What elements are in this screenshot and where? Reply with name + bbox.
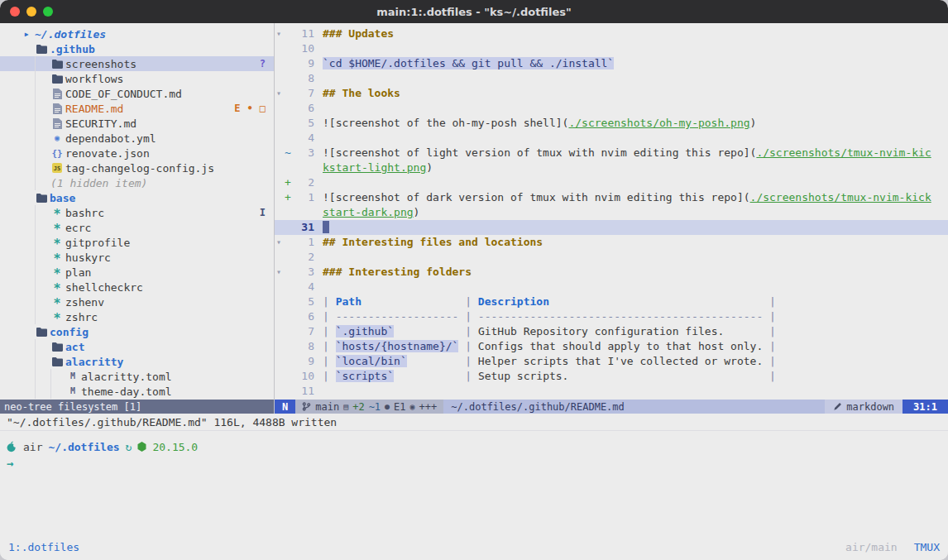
line-text: | ------------------- | ----------------… — [314, 309, 948, 324]
tree-item-label: workflows — [65, 73, 123, 85]
indent-guide — [35, 339, 50, 354]
tree-item-tag-changelog-config-js[interactable]: JStag-changelog-config.js — [0, 160, 274, 175]
text-segment: | ------------------- | ----------------… — [323, 310, 776, 323]
doc-icon — [50, 103, 64, 114]
indent-guide — [20, 265, 35, 280]
editor-line[interactable]: 2 — [275, 250, 948, 265]
minimize-button[interactable] — [26, 7, 36, 17]
tree-item-gitprofile[interactable]: *gitprofile — [0, 235, 274, 250]
text-segment: ![screenshot of dark version of tmux wit… — [323, 191, 750, 203]
editor-line[interactable]: +1![screenshot of dark version of tmux w… — [275, 190, 948, 205]
editor-line[interactable]: 5| Path | Description | — [275, 294, 948, 309]
tree-item-dependabot-yml[interactable]: ◉dependabot.yml — [0, 131, 274, 146]
text-segment: | — [458, 325, 477, 337]
editor-line[interactable]: ▾1## Interesting files and locations — [275, 235, 948, 250]
editor-line[interactable]: 10| `scripts` | Setup scripts. | — [275, 369, 948, 384]
tree-item-code-of-conduct-md[interactable]: CODE_OF_CONDUCT.md — [0, 86, 274, 101]
fold-indicator — [275, 280, 283, 294]
editor-pane: ▾11### Updates109`cd $HOME/.dotfiles && … — [275, 23, 948, 414]
neotree-panel: ▸~/.dotfiles.githubscreenshots?workflows… — [0, 23, 275, 414]
fold-indicator — [275, 131, 283, 146]
shell-pane[interactable]: air ~/.dotfiles ↻ 20.15.0 → — [0, 430, 948, 534]
tree-item-zshrc[interactable]: *zshrc — [0, 309, 274, 324]
line-number: 8 — [293, 71, 314, 86]
editor-line[interactable]: 8| `hosts/{hostname}/` | Configs that sh… — [275, 339, 948, 354]
git-branch-icon — [302, 402, 311, 411]
tree-item-label: tag-changelog-config.js — [65, 162, 214, 175]
zoom-button[interactable] — [43, 7, 53, 17]
editor-line[interactable]: 9`cd $HOME/.dotfiles && git pull && ./in… — [275, 56, 948, 71]
folder-icon — [35, 328, 48, 337]
tree-item-zshenv[interactable]: *zshenv — [0, 294, 274, 309]
editor-line[interactable]: 4 — [275, 280, 948, 294]
item-marks: E•□ — [234, 103, 266, 114]
git-sign — [283, 324, 293, 339]
tree-item-alacritty[interactable]: alacritty — [0, 354, 274, 369]
editor-line[interactable]: +2 — [275, 175, 948, 190]
tree-item-shellcheckrc[interactable]: *shellcheckrc — [0, 280, 274, 294]
tree-item-security-md[interactable]: SECURITY.md — [0, 116, 274, 131]
star-icon: * — [50, 296, 64, 309]
indent-guide — [35, 220, 50, 235]
star-icon: * — [50, 237, 64, 249]
text-segment: Configs that should apply to that host o… — [478, 340, 763, 352]
tree-item-screenshots[interactable]: screenshots? — [0, 56, 274, 71]
editor-line[interactable]: ▾7## The looks — [275, 86, 948, 101]
editor-line[interactable]: ▾3### Interesting folders — [275, 265, 948, 280]
editor-line[interactable]: 8 — [275, 71, 948, 86]
tree-item-dotfiles[interactable]: ▸~/.dotfiles — [0, 26, 274, 41]
text-segment: | — [323, 370, 336, 382]
editor-line[interactable]: 6| ------------------- | ---------------… — [275, 309, 948, 324]
tree-item-theme-day-toml[interactable]: Mtheme-day.toml — [0, 384, 274, 399]
editor-line[interactable]: 5![screenshot of the oh-my-posh shell](.… — [275, 116, 948, 131]
text-segment: ## The looks — [323, 87, 400, 99]
editor-line[interactable]: 7| `.github` | GitHub Repository configu… — [275, 324, 948, 339]
editor-line[interactable]: ▾11### Updates — [275, 26, 948, 41]
tree-item-base[interactable]: base — [0, 190, 274, 205]
indent-guide — [20, 280, 35, 294]
text-segment: kstart-light.png — [323, 161, 426, 174]
editor-line[interactable]: 9| `local/bin` | Helper scripts that I'v… — [275, 354, 948, 369]
close-button[interactable] — [10, 7, 20, 17]
line-number: 7 — [293, 86, 314, 101]
tree-item-alacritty-toml[interactable]: Malacritty.toml — [0, 369, 274, 384]
tree-item-1-hidden-item[interactable]: (1 hidden item) — [0, 175, 274, 190]
tree-item-bashrc[interactable]: *bashrcI — [0, 205, 274, 220]
tree-item-config[interactable]: config — [0, 324, 274, 339]
cursor — [323, 221, 329, 233]
git-sign — [283, 265, 293, 280]
line-text: | `.github` | GitHub Repository configur… — [314, 324, 948, 339]
statusline-file-path: ~/.dotfiles/.github/README.md — [443, 400, 825, 414]
tree-item-ecrc[interactable]: *ecrc — [0, 220, 274, 235]
tree-item-huskyrc[interactable]: *huskyrc — [0, 250, 274, 265]
editor-line[interactable]: ~3![screenshot of light version of tmux … — [275, 146, 948, 160]
fold-indicator — [275, 294, 283, 309]
text-segment: `cd $HOME/.dotfiles && git pull && ./ins… — [323, 57, 614, 69]
status-mark: E — [234, 103, 240, 114]
tree-item-readme-md[interactable]: README.mdE•□ — [0, 101, 274, 116]
tree-item-label: gitprofile — [65, 237, 130, 249]
tree-item-label: config — [50, 326, 89, 338]
editor-line[interactable]: 6 — [275, 101, 948, 116]
toml-icon: M — [66, 372, 79, 381]
tree-item-plan[interactable]: *plan — [0, 265, 274, 280]
mode-indicator: N — [275, 400, 295, 414]
editor-line[interactable]: start-dark.png) — [275, 205, 948, 220]
tree-item-github[interactable]: .github — [0, 41, 274, 56]
git-sign — [283, 86, 293, 101]
fold-indicator — [275, 324, 283, 339]
tree-item-workflows[interactable]: workflows — [0, 71, 274, 86]
editor-line[interactable]: 10 — [275, 41, 948, 56]
tmux-window-item[interactable]: 1:.dotfiles — [8, 541, 79, 553]
fold-indicator — [275, 354, 283, 369]
editor-line[interactable]: 31 — [275, 220, 948, 235]
tree-item-renovate-json[interactable]: {}renovate.json — [0, 146, 274, 160]
tree-item-label: ecrc — [65, 222, 91, 234]
editor-line[interactable]: kstart-light.png) — [275, 160, 948, 175]
editor-line[interactable]: 11 — [275, 384, 948, 399]
text-segment: ./screenshots/tmux-nvim-kick — [750, 191, 931, 203]
text-segment: ![screenshot of the oh-my-posh shell]( — [323, 117, 568, 129]
git-segment: main ▤ +2 ~1 ● E1 ◉ +++ — [295, 400, 443, 414]
tree-item-act[interactable]: act — [0, 339, 274, 354]
editor-line[interactable]: 4 — [275, 131, 948, 146]
